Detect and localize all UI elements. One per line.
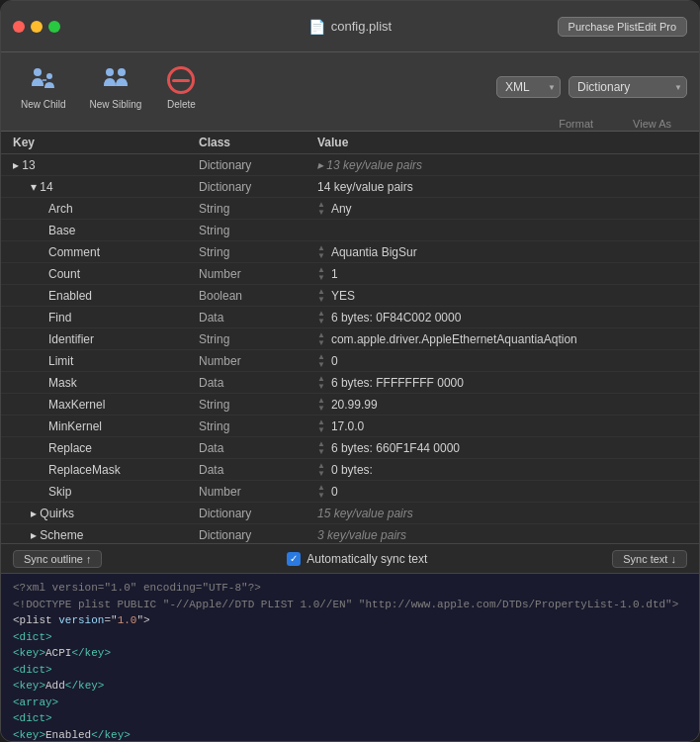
xml-line: <?xml version="1.0" encoding="UTF-8"?> — [13, 580, 687, 597]
new-child-button[interactable]: New Child — [13, 60, 74, 114]
cell-value: ▲▼0 — [317, 484, 699, 500]
cell-class: Data — [199, 311, 317, 325]
stepper-icon[interactable]: ▲▼ — [317, 288, 325, 304]
sync-text-button[interactable]: Sync text ↓ — [612, 550, 687, 568]
stepper-icon[interactable]: ▲▼ — [317, 418, 325, 434]
cell-key: Enabled — [1, 289, 199, 303]
cell-value: ▲▼Aquantia BigSur — [317, 244, 699, 260]
cell-key: MinKernel — [1, 419, 199, 433]
table-row[interactable]: ReplaceMaskData▲▼0 bytes: — [1, 459, 699, 481]
cell-class: Boolean — [199, 289, 317, 303]
table-row[interactable]: MinKernelString▲▼17.0.0 — [1, 416, 699, 437]
format-select[interactable]: XML Binary JSON — [496, 76, 561, 98]
table-row[interactable]: SkipNumber▲▼0 — [1, 481, 699, 503]
cell-class: Dictionary — [199, 528, 317, 542]
cell-class: String — [199, 398, 317, 412]
stepper-icon[interactable]: ▲▼ — [317, 353, 325, 369]
cell-key: Comment — [1, 245, 199, 259]
delete-button[interactable]: Delete — [157, 60, 205, 114]
table-row[interactable]: ▸ 13Dictionary▸ 13 key/value pairs — [1, 154, 699, 176]
table-row[interactable]: ▾ 14Dictionary14 key/value pairs — [1, 176, 699, 198]
cell-value: ▲▼6 bytes: 660F1F44 0000 — [317, 440, 699, 456]
cell-key: Find — [1, 311, 199, 325]
table-row[interactable]: MaskData▲▼6 bytes: FFFFFFFF 0000 — [1, 372, 699, 394]
svg-point-4 — [118, 68, 126, 76]
stepper-icon[interactable]: ▲▼ — [317, 244, 325, 260]
bottom-bar: Sync outline ↑ ✓ Automatically sync text… — [1, 543, 699, 573]
auto-sync-checkbox[interactable]: ✓ — [287, 552, 301, 566]
cell-class: Number — [199, 485, 317, 499]
view-as-select[interactable]: Dictionary Array — [569, 76, 687, 98]
svg-point-3 — [106, 68, 114, 76]
table-row[interactable]: FindData▲▼6 bytes: 0F84C002 0000 — [1, 307, 699, 328]
sync-outline-button[interactable]: Sync outline ↑ — [13, 550, 102, 568]
cell-value: ▲▼Any — [317, 201, 699, 217]
cell-key: Count — [1, 267, 199, 281]
cell-key: Identifier — [1, 332, 199, 346]
cell-key: ▸ Scheme — [1, 528, 199, 542]
header-key: Key — [1, 136, 199, 149]
xml-editor[interactable]: <?xml version="1.0" encoding="UTF-8"?><!… — [1, 573, 699, 741]
stepper-icon[interactable]: ▲▼ — [317, 484, 325, 500]
cell-class: Dictionary — [199, 180, 317, 194]
table-row[interactable]: ▸ SchemeDictionary3 key/value pairs — [1, 524, 699, 543]
stepper-icon[interactable]: ▲▼ — [317, 440, 325, 456]
minimize-button[interactable] — [31, 21, 43, 33]
cell-class: Data — [199, 376, 317, 390]
table-row[interactable]: EnabledBoolean▲▼YES — [1, 285, 699, 307]
format-label: Format — [559, 118, 593, 130]
stepper-icon[interactable]: ▲▼ — [317, 310, 325, 325]
cell-class: String — [199, 419, 317, 433]
table-row[interactable]: CountNumber▲▼1 — [1, 263, 699, 285]
delete-icon — [165, 64, 197, 96]
table-row[interactable]: ReplaceData▲▼6 bytes: 660F1F44 0000 — [1, 437, 699, 459]
view-as-select-wrap[interactable]: Dictionary Array — [569, 76, 687, 98]
cell-value: 15 key/value pairs — [317, 507, 699, 520]
cell-class: Number — [199, 354, 317, 368]
header-class: Class — [199, 136, 317, 149]
xml-line: <key>Enabled</key> — [13, 727, 687, 742]
cell-key: Arch — [1, 202, 199, 216]
table-row[interactable]: ▸ QuirksDictionary15 key/value pairs — [1, 503, 699, 524]
window-title-area: 📄 config.plist — [308, 19, 392, 35]
close-button[interactable] — [13, 21, 25, 33]
stepper-icon[interactable]: ▲▼ — [317, 462, 325, 478]
cell-key: Limit — [1, 354, 199, 368]
header-value: Value — [317, 136, 699, 149]
cell-value: ▸ 13 key/value pairs — [317, 158, 699, 172]
table-row[interactable]: LimitNumber▲▼0 — [1, 350, 699, 372]
format-select-wrap[interactable]: XML Binary JSON — [496, 76, 561, 98]
new-child-icon — [28, 64, 59, 96]
cell-class: Dictionary — [199, 158, 317, 172]
stepper-icon[interactable]: ▲▼ — [317, 397, 325, 413]
table-row[interactable]: CommentString▲▼Aquantia BigSur — [1, 241, 699, 263]
auto-sync-label: Automatically sync text — [306, 552, 427, 566]
table-row[interactable]: MaxKernelString▲▼20.99.99 — [1, 394, 699, 416]
stepper-icon[interactable]: ▲▼ — [317, 201, 325, 217]
cell-value: ▲▼6 bytes: FFFFFFFF 0000 — [317, 375, 699, 391]
cell-key: Base — [1, 224, 199, 237]
new-sibling-button[interactable]: New Sibling — [82, 60, 150, 114]
cell-value: ▲▼0 — [317, 353, 699, 369]
cell-value: ▲▼com.apple.driver.AppleEthernetAquantia… — [317, 331, 699, 347]
stepper-icon[interactable]: ▲▼ — [317, 331, 325, 347]
xml-line: <!DOCTYPE plist PUBLIC "-//Apple//DTD PL… — [13, 597, 687, 613]
table-row[interactable]: BaseString — [1, 220, 699, 241]
table-area[interactable]: ▸ 13Dictionary▸ 13 key/value pairs▾ 14Di… — [1, 154, 699, 543]
zoom-button[interactable] — [48, 21, 60, 33]
table-row[interactable]: ArchString▲▼Any — [1, 198, 699, 220]
stepper-icon[interactable]: ▲▼ — [317, 266, 325, 282]
table-row[interactable]: IdentifierString▲▼com.apple.driver.Apple… — [1, 328, 699, 350]
stepper-icon[interactable]: ▲▼ — [317, 375, 325, 391]
cell-class: Dictionary — [199, 507, 317, 520]
main-window: 📄 config.plist Purchase PlistEdit Pro — [0, 0, 700, 742]
cell-value: ▲▼YES — [317, 288, 699, 304]
traffic-lights — [13, 21, 60, 33]
titlebar: 📄 config.plist Purchase PlistEdit Pro — [1, 1, 699, 52]
cell-value: 14 key/value pairs — [317, 180, 699, 194]
cell-class: String — [199, 332, 317, 346]
cell-class: Data — [199, 441, 317, 455]
cell-class: Number — [199, 267, 317, 281]
delete-label: Delete — [167, 99, 196, 110]
purchase-button[interactable]: Purchase PlistEdit Pro — [558, 17, 687, 37]
